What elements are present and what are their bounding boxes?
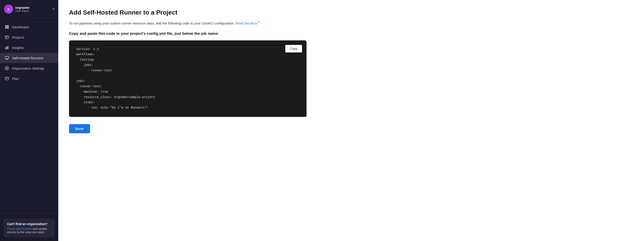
plan-icon	[4, 76, 10, 81]
done-button[interactable]: Done	[69, 124, 90, 133]
description: To run pipelines using your custom runne…	[69, 20, 633, 26]
code-block: version: 2.1 workflows: testing: jobs: -…	[76, 47, 299, 111]
main-content: Add Self-Hosted Runner to a Project To r…	[58, 0, 644, 241]
projects-icon	[4, 35, 10, 40]
org-header[interactable]: o orgname User Name ▾	[0, 0, 58, 18]
cant-find-title: Can't find an organization?	[7, 222, 51, 226]
svg-rect-12	[6, 56, 9, 59]
sidebar-item-label: Self-Hosted Runners	[12, 56, 43, 60]
chevron-down-icon: ▾	[53, 7, 54, 11]
svg-rect-2	[6, 25, 7, 27]
svg-text:o: o	[8, 7, 10, 11]
page-title: Add Self-Hosted Runner to a Project	[69, 9, 633, 16]
description-text: To run pipelines using your custom runne…	[69, 21, 236, 25]
sidebar-item-insights[interactable]: Insights	[0, 42, 58, 53]
sidebar-item-label: Projects	[12, 36, 24, 39]
nav-list: Dashboard Projects Insights Self-Hosted …	[0, 18, 58, 211]
svg-rect-5	[7, 27, 9, 29]
instruction-text: Copy and paste this code in your project…	[69, 32, 633, 36]
insights-icon	[4, 45, 10, 50]
copy-button[interactable]: Copy	[285, 45, 302, 53]
external-link-icon: ↗	[257, 21, 260, 24]
check-permissions-link[interactable]: Check permissions	[7, 227, 32, 230]
dashboard-icon	[4, 25, 10, 29]
svg-point-15	[6, 68, 8, 69]
sidebar-item-dashboard[interactable]: Dashboard	[0, 22, 58, 32]
sidebar-item-self-hosted-runners[interactable]: Self-Hosted Runners	[0, 53, 58, 63]
cant-find-box: Can't find an organization? Check permis…	[4, 218, 55, 237]
sidebar: o orgname User Name ▾ Dashboard Projects…	[0, 0, 58, 241]
sidebar-item-label: Organization Settings	[12, 66, 44, 70]
org-info: orgname User Name	[15, 6, 53, 13]
svg-rect-4	[6, 27, 7, 29]
sidebar-item-label: Insights	[12, 46, 24, 50]
sidebar-item-projects[interactable]: Projects	[0, 32, 58, 42]
sidebar-item-plan[interactable]: Plan	[0, 73, 58, 84]
read-docs-link[interactable]: Read the docs	[236, 21, 257, 25]
sidebar-divider	[0, 213, 58, 213]
org-name: orgname	[15, 6, 53, 10]
svg-rect-3	[7, 25, 9, 27]
svg-rect-9	[6, 47, 6, 49]
sidebar-item-organization-settings[interactable]: Organization Settings	[0, 63, 58, 73]
svg-rect-16	[6, 77, 9, 80]
code-block-wrapper: version: 2.1 workflows: testing: jobs: -…	[69, 40, 306, 117]
org-avatar: o	[4, 5, 13, 14]
svg-rect-10	[6, 47, 7, 49]
settings-icon	[4, 66, 10, 71]
sidebar-item-label: Plan	[12, 77, 19, 81]
sidebar-item-label: Dashboard	[12, 25, 28, 29]
runners-icon	[4, 55, 10, 60]
org-user: User Name	[15, 10, 53, 13]
svg-rect-11	[8, 46, 8, 49]
svg-rect-6	[6, 36, 8, 39]
